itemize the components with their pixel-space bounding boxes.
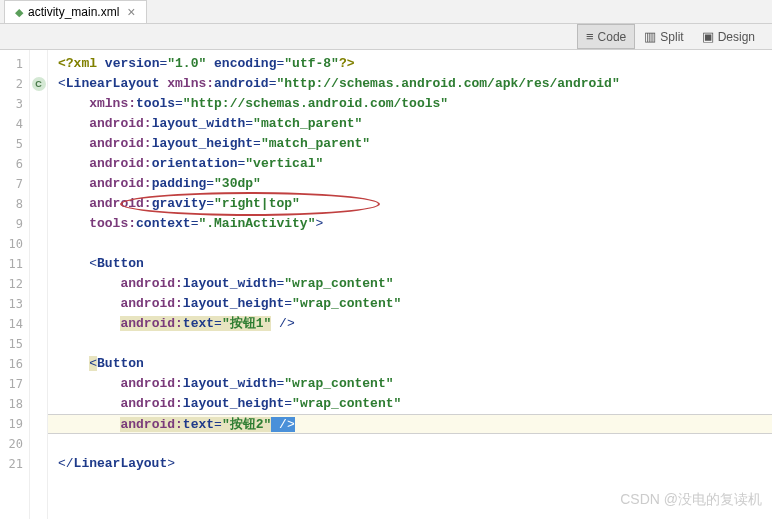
- code-line: <LinearLayout xmlns:android="http://sche…: [48, 74, 772, 94]
- code-line: android:layout_width="wrap_content": [48, 274, 772, 294]
- code-view-button[interactable]: ≡ Code: [577, 24, 635, 49]
- code-line: android:layout_height="match_parent": [48, 134, 772, 154]
- design-view-icon: ▣: [702, 29, 714, 44]
- line-number-gutter: 1 2 3 4 5 6 7 8 9 10 11 12 13 14 15 16 1…: [0, 50, 30, 519]
- xml-file-icon: ◆: [15, 6, 23, 19]
- code-line: xmlns:tools="http://schemas.android.com/…: [48, 94, 772, 114]
- code-line: <?xml version="1.0" encoding="utf-8"?>: [48, 54, 772, 74]
- code-line: </LinearLayout>: [48, 454, 772, 474]
- annotation-gutter: C: [30, 50, 48, 519]
- class-gutter-icon[interactable]: C: [32, 77, 46, 91]
- view-mode-bar: ≡ Code ▥ Split ▣ Design: [0, 24, 772, 50]
- code-line: android:orientation="vertical": [48, 154, 772, 174]
- tab-bar: ◆ activity_main.xml ×: [0, 0, 772, 24]
- code-line: [48, 234, 772, 254]
- code-line: android:layout_height="wrap_content": [48, 394, 772, 414]
- code-line: android:layout_width="match_parent": [48, 114, 772, 134]
- design-view-button[interactable]: ▣ Design: [693, 24, 764, 49]
- code-line: android:layout_width="wrap_content": [48, 374, 772, 394]
- split-view-button[interactable]: ▥ Split: [635, 24, 692, 49]
- code-line: android:layout_height="wrap_content": [48, 294, 772, 314]
- code-line: [48, 334, 772, 354]
- code-line: android:padding="30dp": [48, 174, 772, 194]
- code-line: tools:context=".MainActivity">: [48, 214, 772, 234]
- close-icon[interactable]: ×: [127, 4, 135, 20]
- code-line: android:text="按钮1" />: [48, 314, 772, 334]
- code-line-current: android:text="按钮2" />: [48, 414, 772, 434]
- code-line: [48, 434, 772, 454]
- code-area[interactable]: <?xml version="1.0" encoding="utf-8"?> <…: [48, 50, 772, 519]
- code-line: <Button: [48, 354, 772, 374]
- split-view-icon: ▥: [644, 29, 656, 44]
- code-view-icon: ≡: [586, 29, 594, 44]
- code-line: android:gravity="right|top": [48, 194, 772, 214]
- tab-filename: activity_main.xml: [28, 5, 119, 19]
- editor: 1 2 3 4 5 6 7 8 9 10 11 12 13 14 15 16 1…: [0, 50, 772, 519]
- code-line: <Button: [48, 254, 772, 274]
- file-tab[interactable]: ◆ activity_main.xml ×: [4, 0, 147, 23]
